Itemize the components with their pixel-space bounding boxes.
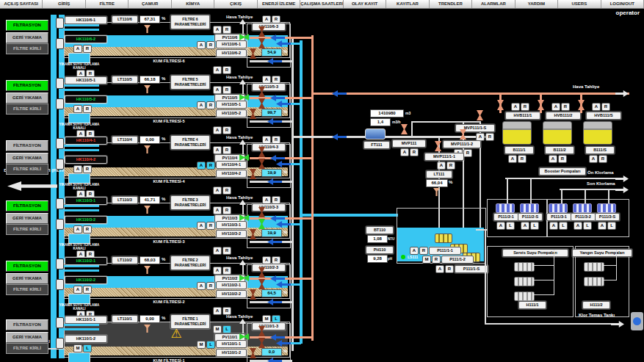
pump-label[interactable]: P111/3-2	[571, 213, 596, 221]
local-mode-button[interactable]: L	[530, 222, 539, 230]
auto-mode-button[interactable]: A	[73, 45, 82, 53]
hv3-valve-label[interactable]: HV110/4-3	[252, 143, 286, 151]
pump-icon[interactable]	[584, 262, 604, 272]
auto-mode-button[interactable]: A	[551, 103, 560, 111]
remote-mode-button[interactable]: R	[485, 133, 494, 141]
remote-mode-button[interactable]: R	[222, 267, 231, 275]
remote-mode-button[interactable]: R	[521, 103, 529, 111]
remote-mode-button[interactable]: L	[222, 325, 231, 333]
pump-label[interactable]: P111/1-1	[429, 247, 461, 255]
channel-valve-icon[interactable]	[56, 159, 64, 170]
filtration-status-button[interactable]: FİLTRASYON	[6, 80, 48, 91]
mvp-valve-label[interactable]: MVP111/1-2	[443, 140, 481, 148]
blower-label[interactable]: B111/1	[504, 146, 534, 154]
blower-valve-icon[interactable]	[578, 100, 585, 110]
remote-mode-button[interactable]: R	[83, 105, 92, 113]
auto-mode-button[interactable]: A	[73, 225, 82, 234]
filtration-status-button[interactable]: FİLTRASYON	[6, 20, 48, 31]
filter-dirty-indicator[interactable]: FİLTRE KİRLİ	[6, 164, 48, 175]
pump-icon[interactable]	[549, 203, 568, 213]
remote-mode-button[interactable]: R	[446, 162, 455, 170]
auto-mode-button[interactable]: A	[197, 162, 206, 170]
auto-mode-button[interactable]: A	[435, 265, 444, 273]
pump-label[interactable]: P111/2-1	[493, 213, 518, 221]
remote-mode-button[interactable]: R	[206, 41, 215, 49]
remote-mode-button[interactable]: R	[445, 265, 454, 273]
auto-mode-button[interactable]: A	[589, 155, 598, 163]
menu-item[interactable]: OLAY KAYIT	[344, 0, 386, 8]
menu-item[interactable]: KİMYA	[172, 0, 214, 8]
remote-mode-button[interactable]: R	[83, 45, 92, 53]
auto-mode-button[interactable]: A	[437, 162, 446, 170]
remote-mode-button[interactable]: R	[222, 247, 231, 255]
menu-item[interactable]: FİLTRE	[86, 0, 129, 8]
auto-mode-button[interactable]: A	[213, 66, 222, 74]
filter-parameters-button[interactable]: FİLTRE 2 PARAMETRELERİ	[170, 256, 210, 270]
menu-item[interactable]: ALARMLAR	[472, 0, 515, 8]
remote-mode-button[interactable]: R	[206, 162, 215, 170]
menu-item[interactable]: TRENDLER	[430, 0, 472, 8]
auto-mode-button[interactable]: A	[511, 103, 520, 111]
blower-valve-icon[interactable]	[497, 100, 504, 110]
channel-valve-icon[interactable]	[56, 138, 64, 149]
remote-mode-button[interactable]: L	[206, 341, 215, 349]
level-transmitter-label[interactable]: LT110/4	[112, 136, 138, 144]
filtration-status-button[interactable]: FİLTRASYON	[6, 140, 48, 151]
hv3-valve-label[interactable]: HV110/6-3	[252, 23, 286, 31]
auto-mode-button[interactable]: A	[197, 282, 206, 290]
remote-mode-button[interactable]: R	[83, 225, 92, 234]
pump-label[interactable]: P111/1-S	[455, 265, 488, 273]
remote-mode-button[interactable]: R	[410, 148, 419, 156]
ph-label[interactable]: PH110	[366, 246, 394, 254]
hk-valve-label-2[interactable]: HK110/6-2	[65, 35, 107, 43]
pump-icon[interactable]	[584, 277, 604, 286]
service-collector-label[interactable]: H111/1	[518, 301, 546, 309]
menu-item[interactable]: ÇIKIŞ	[214, 0, 257, 8]
channel-valve-icon[interactable]	[56, 18, 64, 29]
flow-transmitter-icon[interactable]	[365, 128, 386, 140]
pump-icon[interactable]	[496, 203, 515, 213]
auto-mode-button[interactable]: A	[213, 206, 222, 214]
level-transmitter-label[interactable]: LT110/2	[112, 256, 138, 264]
menu-item[interactable]: ENERJİ İZLEME	[258, 0, 300, 8]
menu-item[interactable]: YARDIM	[515, 0, 558, 8]
backwash-status-button[interactable]: GERİ YIKAMA	[6, 273, 48, 284]
auto-mode-button[interactable]: M	[213, 325, 222, 333]
auto-mode-button[interactable]: A	[213, 247, 222, 255]
local-mode-button[interactable]: L	[607, 222, 616, 230]
pump-icon[interactable]	[514, 262, 535, 272]
hk-valve-label-2[interactable]: HK110/4-2	[65, 156, 107, 164]
blower-icon[interactable]	[543, 121, 572, 145]
hv2-valve-label[interactable]: HV110/2-2	[216, 290, 247, 298]
blower-valve-label[interactable]: HVB111/S	[586, 112, 621, 120]
remote-mode-button[interactable]: R	[222, 26, 231, 34]
hk-valve-label-1[interactable]: HK110/5-1	[65, 76, 107, 84]
turbidity-label[interactable]: BT110	[366, 226, 394, 234]
hk-valve-label-1[interactable]: HK110/3-1	[65, 197, 107, 205]
blower-icon[interactable]	[502, 121, 532, 145]
channel-valve-icon[interactable]	[56, 98, 64, 109]
level-transmitter-label[interactable]: LT110/3	[112, 196, 138, 204]
auto-mode-button[interactable]: A	[598, 222, 607, 230]
filter-parameters-button[interactable]: FİLTRE 1 PARAMETRELERİ	[170, 314, 210, 329]
filter-dirty-indicator[interactable]: FİLTRE KİRLİ	[6, 43, 48, 54]
level-transmitter-label[interactable]: LT110/6	[112, 15, 138, 23]
channel-valve-icon[interactable]	[56, 198, 64, 209]
remote-mode-button[interactable]: R	[222, 206, 231, 214]
hv1-valve-label[interactable]: HV110/3-1	[216, 221, 247, 229]
auto-mode-button[interactable]: A	[197, 101, 206, 109]
filter-dirty-indicator[interactable]: FİLTRE KİRLİ	[6, 104, 48, 115]
hv3-valve-label[interactable]: HV110/3-3	[252, 203, 286, 211]
auto-mode-button[interactable]: A	[213, 86, 222, 94]
remote-mode-button[interactable]: R	[206, 282, 215, 290]
channel-valve-icon[interactable]	[56, 279, 64, 290]
hv3-valve-label[interactable]: HV110/5-3	[252, 83, 286, 91]
pump-label[interactable]: P111/3-S	[595, 213, 620, 221]
hv1-valve-label[interactable]: HV110/4-1	[216, 161, 247, 169]
hk-valve-label-2[interactable]: HK110/3-2	[65, 216, 107, 224]
blower-valve-label[interactable]: HVB111/2	[546, 112, 581, 120]
local-mode-button[interactable]: L	[559, 222, 568, 230]
pump-icon[interactable]	[514, 292, 535, 301]
menu-item[interactable]: GİRİŞ	[43, 0, 85, 8]
remote-mode-button[interactable]: R	[222, 146, 231, 154]
